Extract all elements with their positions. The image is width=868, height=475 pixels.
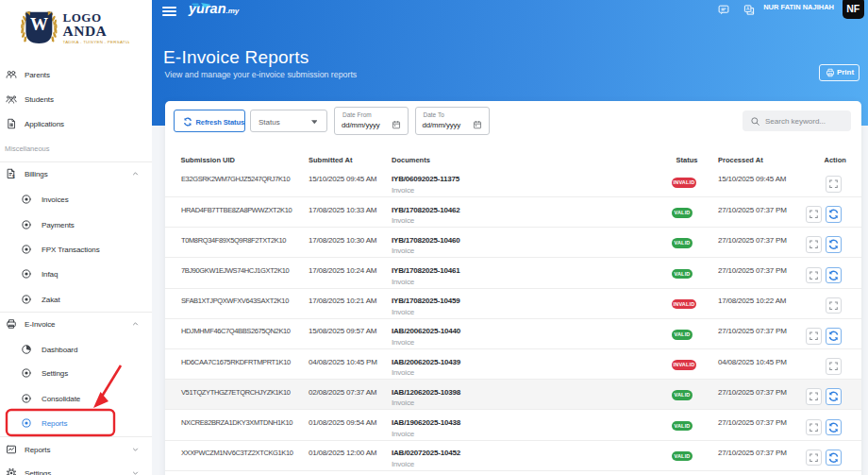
svg-text:W: W <box>30 14 48 34</box>
svg-text:$: $ <box>11 175 14 179</box>
svg-text:ANDA: ANDA <box>63 23 108 39</box>
svg-text:TADIKA - TUISYEN - PERSATUAN: TADIKA - TUISYEN - PERSATUAN <box>63 40 130 44</box>
svg-text:A: A <box>746 7 750 11</box>
